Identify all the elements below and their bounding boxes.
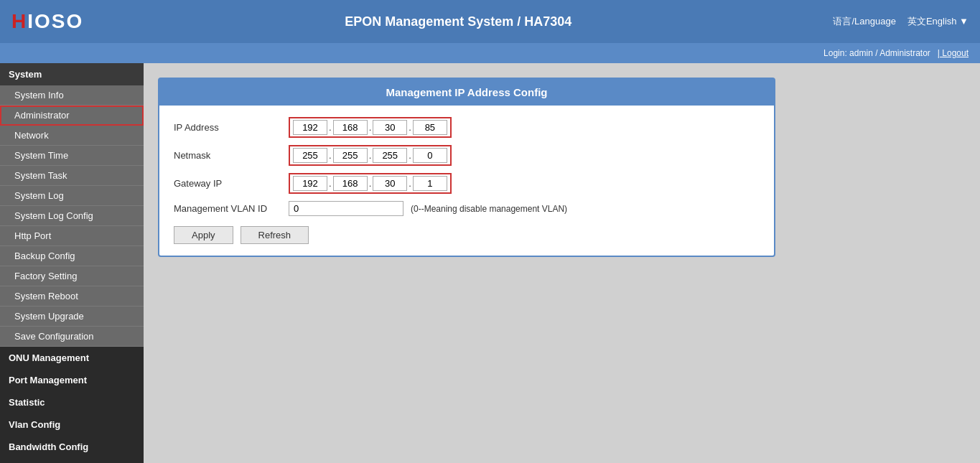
- ip-address-group: . . .: [289, 117, 452, 138]
- logo: HIOSO: [11, 10, 83, 33]
- ip-octet-2[interactable]: [333, 120, 368, 135]
- sidebar-item-administrator[interactable]: Administrator: [0, 106, 144, 126]
- gateway-octet-4[interactable]: [413, 176, 447, 191]
- layout: System System Info Administrator Network…: [0, 63, 980, 463]
- netmask-octet-1[interactable]: [293, 148, 327, 163]
- netmask-dot-1: .: [327, 150, 333, 161]
- sidebar-item-system-upgrade[interactable]: System Upgrade: [0, 307, 144, 327]
- netmask-row: Netmask . . .: [174, 145, 760, 166]
- logo-h: H: [11, 10, 27, 32]
- login-info: Login: admin / Administrator: [823, 48, 930, 58]
- netmask-group: . . .: [289, 145, 452, 166]
- sidebar-item-http-port[interactable]: Http Port: [0, 226, 144, 246]
- sidebar-group-onu-management[interactable]: ONU Management: [0, 347, 144, 369]
- sidebar-group-port-management[interactable]: Port Management: [0, 369, 144, 391]
- ip-address-row: IP Address . . .: [174, 117, 760, 138]
- gateway-octet-2[interactable]: [333, 176, 368, 191]
- sidebar-item-system-time[interactable]: System Time: [0, 146, 144, 166]
- gateway-dot-3: .: [407, 178, 413, 189]
- vlan-input[interactable]: [289, 201, 403, 216]
- ip-dot-3: .: [407, 122, 413, 133]
- sidebar-group-bandwidth-config[interactable]: Bandwidth Config: [0, 436, 144, 458]
- sub-header: Login: admin / Administrator | Logout: [0, 43, 980, 63]
- netmask-label: Netmask: [174, 150, 289, 161]
- config-box-body: IP Address . . . Netmask: [159, 106, 774, 256]
- sidebar-group-system[interactable]: System: [0, 63, 144, 85]
- ip-octet-3[interactable]: [373, 120, 407, 135]
- sidebar-item-system-task[interactable]: System Task: [0, 166, 144, 186]
- language-selector[interactable]: 英文English ▼: [907, 15, 969, 28]
- netmask-octet-2[interactable]: [333, 148, 368, 163]
- button-row: Apply Refresh: [174, 226, 760, 244]
- ip-dot-1: .: [327, 122, 333, 133]
- vlan-row: Management VLAN ID (0--Meaning disable m…: [174, 201, 760, 216]
- vlan-label: Management VLAN ID: [174, 203, 289, 214]
- gateway-octet-1[interactable]: [293, 176, 327, 191]
- config-box: Management IP Address Config IP Address …: [158, 78, 775, 257]
- gateway-dot-2: .: [368, 178, 373, 189]
- ip-octet-1[interactable]: [293, 120, 327, 135]
- netmask-octet-3[interactable]: [373, 148, 407, 163]
- vlan-hint: (0--Meaning disable management VLAN): [411, 204, 567, 214]
- netmask-dot-2: .: [368, 150, 373, 161]
- ip-dot-2: .: [368, 122, 373, 133]
- logo-area: HIOSO: [11, 10, 83, 33]
- gateway-group: . . .: [289, 173, 452, 194]
- refresh-button[interactable]: Refresh: [241, 226, 309, 244]
- netmask-dot-3: .: [407, 150, 413, 161]
- gateway-dot-1: .: [327, 178, 333, 189]
- language-label: 语言/Language: [833, 15, 895, 28]
- sidebar-group-vlan-config[interactable]: Vlan Config: [0, 413, 144, 436]
- header: HIOSO EPON Management System / HA7304 语言…: [0, 0, 980, 43]
- header-right: 语言/Language 英文English ▼: [833, 15, 969, 28]
- netmask-octet-4[interactable]: [413, 148, 447, 163]
- sidebar-item-network[interactable]: Network: [0, 126, 144, 146]
- ip-address-label: IP Address: [174, 122, 289, 133]
- sidebar-item-save-configuration[interactable]: Save Configuration: [0, 327, 144, 347]
- sidebar: System System Info Administrator Network…: [0, 63, 144, 463]
- logout-link[interactable]: | Logout: [938, 48, 969, 58]
- apply-button[interactable]: Apply: [174, 226, 233, 244]
- sidebar-item-system-info[interactable]: System Info: [0, 85, 144, 106]
- config-box-header: Management IP Address Config: [159, 79, 774, 106]
- sidebar-item-factory-setting[interactable]: Factory Setting: [0, 266, 144, 286]
- sidebar-group-statistic[interactable]: Statistic: [0, 391, 144, 413]
- main-content: Management IP Address Config IP Address …: [144, 63, 980, 463]
- sidebar-item-system-log[interactable]: System Log: [0, 186, 144, 206]
- gateway-row: Gateway IP . . .: [174, 173, 760, 194]
- sidebar-item-backup-config[interactable]: Backup Config: [0, 246, 144, 266]
- sidebar-item-system-reboot[interactable]: System Reboot: [0, 286, 144, 307]
- sidebar-group-olt-mac-config[interactable]: OLT Mac Config: [0, 458, 144, 463]
- ip-octet-4[interactable]: [413, 120, 447, 135]
- gateway-octet-3[interactable]: [373, 176, 407, 191]
- header-title: EPON Management System / HA7304: [83, 14, 833, 29]
- sidebar-item-system-log-config[interactable]: System Log Config: [0, 206, 144, 226]
- gateway-label: Gateway IP: [174, 178, 289, 189]
